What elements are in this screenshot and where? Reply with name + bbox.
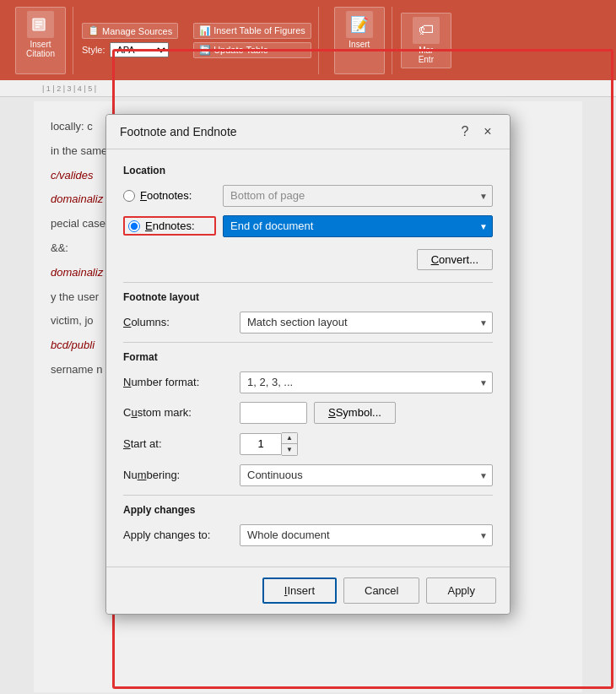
footnotes-radio-label[interactable]: Footnotes: xyxy=(123,189,216,202)
dialog-footer: IInsert Cancel Apply xyxy=(106,567,510,614)
apply-changes-to-row: Apply changes to: Whole document ▼ xyxy=(123,524,493,546)
columns-row: Columns: Match section layout ▼ xyxy=(123,312,493,333)
convert-btn-row: Convert... xyxy=(123,246,493,274)
spinner-buttons: ▲ ▼ xyxy=(282,432,298,456)
dialog-help-button[interactable]: ? xyxy=(457,124,473,139)
number-format-label: Number format: xyxy=(123,376,233,388)
columns-select[interactable]: Match section layout xyxy=(240,312,493,333)
symbol-button[interactable]: SSymbol... xyxy=(314,402,396,424)
numbering-row: Numbering: Continuous ▼ xyxy=(123,464,493,486)
start-at-input[interactable] xyxy=(240,433,282,455)
start-at-label: Start at: xyxy=(123,437,233,450)
footnotes-label-text: Footnotes: xyxy=(140,189,192,202)
custom-mark-label: Custom mark: xyxy=(123,406,233,419)
start-at-row: Start at: ▲ ▼ xyxy=(123,432,493,456)
columns-select-wrapper: Match section layout ▼ xyxy=(240,312,493,333)
endnotes-row: Endnotes: End of document ▼ xyxy=(123,215,493,237)
endnotes-radio-label[interactable]: Endnotes: xyxy=(123,216,216,236)
numbering-label: Numbering: xyxy=(123,469,233,481)
divider-2 xyxy=(123,342,493,343)
number-format-select[interactable]: 1, 2, 3, ... xyxy=(240,371,493,393)
location-section-label: Location xyxy=(123,165,493,176)
endnotes-select-wrapper: End of document ▼ xyxy=(223,215,493,237)
convert-button[interactable]: Convert... xyxy=(417,249,493,270)
footnotes-radio[interactable] xyxy=(123,190,135,202)
columns-label: Columns: xyxy=(123,316,233,328)
dialog-titlebar: Footnote and Endnote ? × xyxy=(106,115,510,149)
custom-mark-row: Custom mark: SSymbol... xyxy=(123,402,493,424)
divider-1 xyxy=(123,282,493,283)
apply-changes-select[interactable]: Whole document xyxy=(240,524,493,546)
footnote-endnote-dialog: Footnote and Endnote ? × Location Footno… xyxy=(105,114,511,615)
footnotes-select-wrapper: Bottom of page ▼ xyxy=(223,185,493,207)
dialog-overlay: Footnote and Endnote ? × Location Footno… xyxy=(0,0,616,694)
apply-changes-label: Apply changes xyxy=(123,504,493,516)
dialog-title-actions: ? × xyxy=(457,123,496,140)
endnotes-select[interactable]: End of document xyxy=(223,215,493,237)
dialog-body: Location Footnotes: Bottom of page ▼ xyxy=(106,149,510,567)
apply-button[interactable]: Apply xyxy=(426,577,496,604)
endnotes-label-text: Endnotes: xyxy=(145,220,195,232)
custom-mark-input[interactable] xyxy=(240,402,307,424)
cancel-button[interactable]: Cancel xyxy=(343,577,419,604)
number-format-select-wrapper: 1, 2, 3, ... ▼ xyxy=(240,371,493,393)
spinner-up-button[interactable]: ▲ xyxy=(282,433,297,444)
endnotes-radio[interactable] xyxy=(128,220,140,232)
footnote-layout-label: Footnote layout xyxy=(123,291,493,303)
numbering-select[interactable]: Continuous xyxy=(240,464,493,486)
apply-changes-to-label: Apply changes to: xyxy=(123,529,233,541)
insert-button[interactable]: IInsert xyxy=(262,577,337,604)
start-at-spinner: ▲ ▼ xyxy=(240,432,298,456)
dialog-close-button[interactable]: × xyxy=(479,123,496,140)
apply-changes-select-wrapper: Whole document ▼ xyxy=(240,524,493,546)
format-section-label: Format xyxy=(123,351,493,363)
numbering-select-wrapper: Continuous ▼ xyxy=(240,464,493,486)
footnotes-row: Footnotes: Bottom of page ▼ xyxy=(123,185,493,207)
spinner-down-button[interactable]: ▼ xyxy=(282,444,297,455)
number-format-row: Number format: 1, 2, 3, ... ▼ xyxy=(123,371,493,393)
dialog-title: Footnote and Endnote xyxy=(120,125,237,138)
footnotes-select[interactable]: Bottom of page xyxy=(223,185,493,207)
divider-3 xyxy=(123,495,493,496)
